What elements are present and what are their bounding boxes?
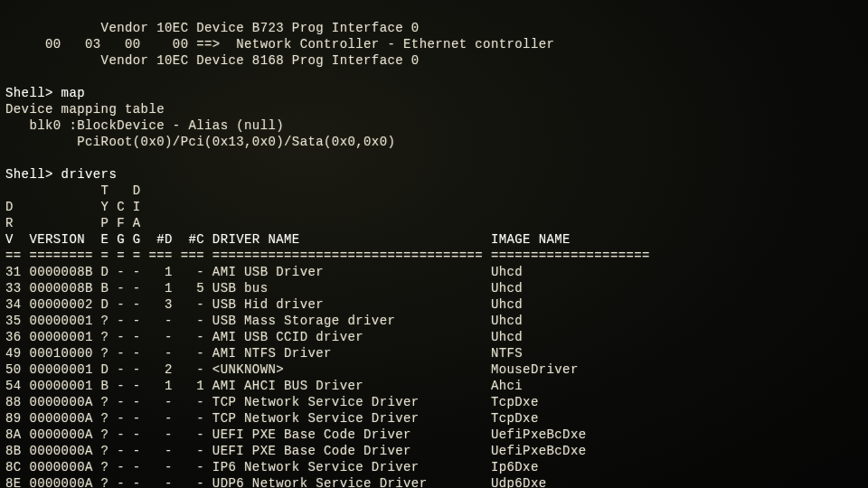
map-title: Device mapping table [5,102,165,117]
map-row-path: PciRoot(0x0)/Pci(0x13,0x0)/Sata(0x0,0x0) [5,135,395,149]
shell-prompt-map: Shell> map [5,86,85,100]
uefi-shell-terminal[interactable]: Vendor 10EC Device B723 Prog Interface 0… [0,0,868,488]
map-row-blk0: blk0 :BlockDevice - Alias (null) [5,118,284,133]
pci-info-line-2: 00 03 00 00 ==> Network Controller - Eth… [5,37,554,52]
drivers-header-sep: == ======== = = = === === ==============… [5,249,650,263]
drivers-header-3: R P F A [5,216,141,230]
pci-info-line-1: Vendor 10EC Device B723 Prog Interface 0 [5,21,420,35]
shell-prompt-drivers: Shell> drivers [5,167,117,182]
drivers-table-body: 31 0000008B D - - 1 - AMI USB Driver Uhc… [5,264,863,488]
drivers-header-4: V VERSION E G G #D #C DRIVER NAME IMAGE … [5,232,571,247]
drivers-header-2: D Y C I [5,200,141,214]
drivers-header-1: T D [5,183,141,198]
pci-info-line-3: Vendor 10EC Device 8168 Prog Interface 0 [5,53,420,68]
